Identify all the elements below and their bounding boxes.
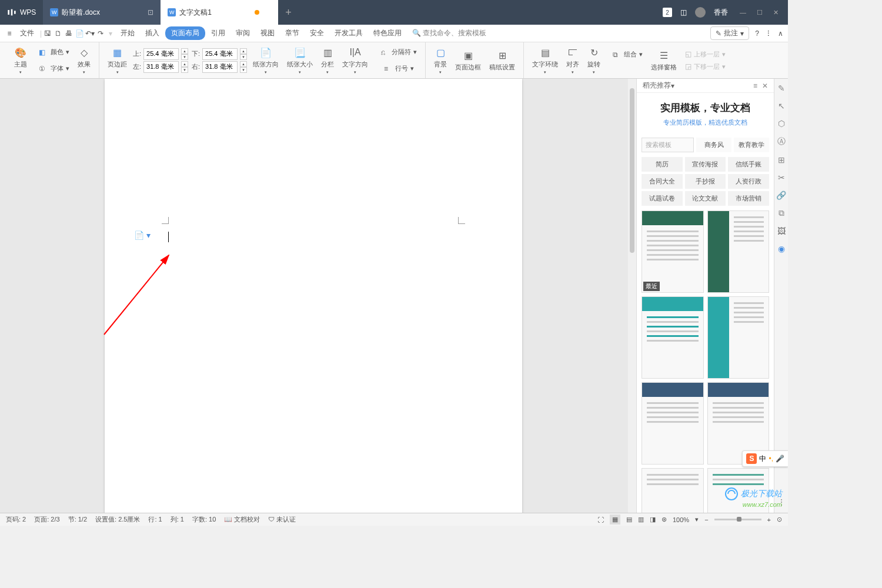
- eyecare-icon[interactable]: ⊛: [662, 516, 667, 523]
- zoom-in-icon[interactable]: +: [767, 516, 771, 523]
- ime-lang[interactable]: 中: [759, 454, 766, 464]
- style-tool-icon[interactable]: Ⓐ: [777, 136, 786, 147]
- effect-button[interactable]: ◇效果▾: [75, 45, 93, 76]
- help-icon[interactable]: ?: [755, 29, 759, 38]
- page[interactable]: 📄 ▾: [105, 79, 522, 513]
- template-thumb[interactable]: 最近: [642, 211, 704, 293]
- spin-down[interactable]: ▼: [181, 54, 188, 60]
- group-button[interactable]: ⧉组合▾: [606, 47, 645, 62]
- selection-pane-button[interactable]: ☰选择窗格: [649, 45, 679, 76]
- user-avatar[interactable]: [695, 7, 706, 18]
- table-tool-icon[interactable]: ⊞: [778, 155, 785, 165]
- background-button[interactable]: ▢背景▾: [432, 45, 449, 76]
- tab-review[interactable]: 审阅: [231, 26, 255, 41]
- status-proof[interactable]: 📖 文档校对: [224, 515, 260, 524]
- filter-chip-education[interactable]: 教育教学: [734, 138, 769, 152]
- template-thumb[interactable]: [707, 211, 770, 293]
- page-tool-icon[interactable]: 📄 ▾: [134, 230, 151, 240]
- status-pageno[interactable]: 页码: 2: [6, 515, 26, 524]
- tab-start[interactable]: 开始: [116, 26, 139, 41]
- margin-left-input[interactable]: [143, 61, 179, 73]
- notification-badge[interactable]: 2: [663, 8, 672, 17]
- status-page[interactable]: 页面: 2/3: [34, 515, 59, 524]
- chart-tool-icon[interactable]: ⧉: [779, 208, 784, 218]
- template-thumb[interactable]: [642, 468, 704, 513]
- mic-icon[interactable]: 🎤: [776, 455, 784, 463]
- view-web-icon[interactable]: ▥: [638, 516, 644, 523]
- panel-menu-icon[interactable]: ≡: [753, 82, 757, 90]
- tab-insert[interactable]: 插入: [141, 26, 164, 41]
- collapse-icon[interactable]: ︙: [765, 29, 772, 38]
- paper-size-button[interactable]: 📃纸张大小▾: [285, 45, 315, 76]
- tag-thesis[interactable]: 论文文献: [685, 191, 726, 206]
- tab-special[interactable]: 特色应用: [369, 26, 406, 41]
- status-section[interactable]: 节: 1/2: [68, 515, 87, 524]
- print-preview-icon[interactable]: 🗋: [54, 29, 63, 38]
- template-search-input[interactable]: 搜索模板: [642, 138, 694, 152]
- vertical-scrollbar[interactable]: [628, 79, 636, 513]
- template-thumb[interactable]: [642, 382, 704, 465]
- breaks-button[interactable]: ⎌分隔符▾: [374, 45, 419, 60]
- undo-icon[interactable]: ↶▾: [85, 29, 95, 38]
- status-chars[interactable]: 字数: 10: [192, 515, 216, 524]
- margin-top-input[interactable]: [143, 48, 179, 60]
- image-tool-icon[interactable]: 🖼: [777, 226, 786, 236]
- new-tab-button[interactable]: +: [278, 6, 299, 19]
- tag-poster[interactable]: 宣传海报: [685, 157, 726, 172]
- color-button[interactable]: ◧颜色▾: [33, 45, 72, 60]
- tag-resume[interactable]: 简历: [642, 157, 683, 172]
- filter-chip-business[interactable]: 商务风: [696, 138, 731, 152]
- tag-marketing[interactable]: 市场营销: [728, 191, 769, 206]
- template-tool-icon[interactable]: ◉: [778, 244, 785, 253]
- tag-hr[interactable]: 人资行政: [728, 174, 769, 189]
- ribbon-toggle-icon[interactable]: ∧: [778, 29, 783, 38]
- page-margin-button[interactable]: ▦页边距▾: [105, 45, 129, 76]
- tag-exam[interactable]: 试题试卷: [642, 191, 683, 206]
- print-icon[interactable]: 🖶: [64, 29, 74, 38]
- edit-tool-icon[interactable]: ✎: [778, 83, 785, 93]
- tab-reference[interactable]: 引用: [206, 26, 230, 41]
- save-icon[interactable]: 🖫: [43, 29, 52, 38]
- print-direct-icon[interactable]: 📄: [75, 29, 84, 38]
- rotate-button[interactable]: ↻旋转▾: [585, 45, 603, 76]
- close-button[interactable]: ✕: [770, 6, 782, 19]
- minimize-button[interactable]: —: [736, 6, 750, 19]
- wps-logo[interactable]: WPS: [0, 0, 43, 25]
- spin-up[interactable]: ▲: [181, 48, 188, 54]
- tab-security[interactable]: 安全: [305, 26, 329, 41]
- page-border-button[interactable]: ▣页面边框: [453, 45, 483, 76]
- tab-chapter[interactable]: 章节: [280, 26, 304, 41]
- zoom-out-icon[interactable]: −: [704, 516, 708, 523]
- panel-close-icon[interactable]: ✕: [762, 82, 768, 90]
- view-read-icon[interactable]: ◨: [650, 516, 656, 523]
- template-thumb[interactable]: [642, 296, 704, 379]
- annotate-button[interactable]: ✎ 批注 ▾: [710, 26, 749, 40]
- tab-devtools[interactable]: 开发工具: [330, 26, 368, 41]
- status-row[interactable]: 行: 1: [148, 515, 162, 524]
- search-commands[interactable]: 🔍 查找命令、搜索模板: [407, 26, 491, 41]
- font-button[interactable]: ①字体▾: [33, 61, 72, 76]
- line-numbers-button[interactable]: ≡行号▾: [374, 61, 419, 76]
- select-tool-icon[interactable]: ↖: [778, 101, 785, 111]
- shape-tool-icon[interactable]: ⬡: [778, 119, 785, 128]
- theme-button[interactable]: 🎨主题▾: [12, 45, 29, 76]
- link-tool-icon[interactable]: 🔗: [776, 191, 786, 200]
- view-outline-icon[interactable]: ▤: [626, 516, 632, 523]
- zoom-slider[interactable]: [714, 519, 761, 520]
- text-wrap-button[interactable]: ▤文字环绕▾: [530, 45, 560, 76]
- template-thumb[interactable]: [707, 296, 770, 379]
- tab-doc-1[interactable]: W 盼望着.docx ⊡: [43, 0, 161, 25]
- view-print-icon[interactable]: ▦: [610, 514, 620, 524]
- tag-letter[interactable]: 信纸手账: [728, 157, 769, 172]
- align-button[interactable]: ⫍对齐▾: [564, 45, 582, 76]
- orientation-button[interactable]: 📄纸张方向▾: [250, 45, 281, 76]
- fit-icon[interactable]: ⊙: [777, 516, 782, 523]
- tab-view[interactable]: 视图: [256, 26, 279, 41]
- document-area[interactable]: 📄 ▾: [0, 79, 636, 513]
- genko-button[interactable]: ⊞稿纸设置: [487, 45, 517, 76]
- fullscreen-icon[interactable]: ⛶: [597, 516, 604, 523]
- status-setvalue[interactable]: 设置值: 2.5厘米: [95, 515, 140, 524]
- clip-tool-icon[interactable]: ✂: [778, 173, 785, 182]
- maximize-button[interactable]: ☐: [753, 6, 766, 19]
- tab-doc-2[interactable]: W 文字文稿1: [161, 0, 278, 25]
